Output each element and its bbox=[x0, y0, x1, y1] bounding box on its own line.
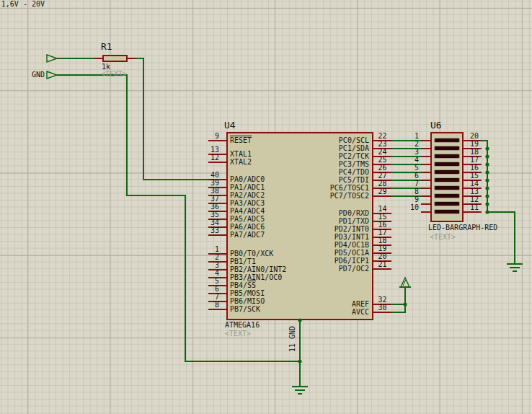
junction-dot-4 bbox=[485, 154, 489, 158]
terminal-arrow-icon-0[interactable] bbox=[47, 55, 57, 62]
led-segment-2 bbox=[434, 146, 460, 151]
ic-pin-name-PC7/TOSC2: PC7/TOSC2 bbox=[304, 192, 369, 201]
led-segment-4 bbox=[434, 162, 460, 167]
bargraph-value[interactable]: LED-BARGRAPH-RED bbox=[428, 224, 497, 232]
bargraph-pin-number-11: 11 bbox=[466, 203, 483, 212]
ic-pin-name-RESET: RESET bbox=[230, 136, 252, 145]
junction-dot-5 bbox=[485, 162, 489, 166]
led-segment-10 bbox=[434, 209, 460, 214]
led-segment-6 bbox=[434, 177, 460, 182]
led-segment-9 bbox=[434, 201, 460, 206]
led-segment-3 bbox=[434, 154, 460, 159]
wire-5[interactable] bbox=[391, 287, 405, 312]
ic-pin-number-29: 29 bbox=[373, 188, 391, 196]
resistor-text-placeholder: <TEXT> bbox=[101, 70, 127, 79]
terminal-arrow-icon-1[interactable] bbox=[47, 71, 57, 79]
led-segment-5 bbox=[434, 169, 460, 175]
ic-pin-number-9: 9 bbox=[203, 132, 219, 141]
wire-1[interactable] bbox=[136, 58, 208, 180]
resistor-ref[interactable]: R1 bbox=[101, 41, 112, 52]
ic-value[interactable]: ATMEGA16 bbox=[225, 321, 260, 330]
junction-dot-1 bbox=[298, 359, 301, 363]
gnd-terminal-label[interactable]: GND bbox=[0, 71, 45, 79]
ic-pin-number-30: 30 bbox=[373, 304, 391, 312]
junction-dot-7 bbox=[485, 178, 489, 182]
junction-dot-0 bbox=[298, 318, 301, 322]
ic-pin-name-AVCC: AVCC bbox=[304, 308, 369, 317]
ic-pin-number-8: 8 bbox=[203, 301, 219, 309]
ic-hidden-gnd-pin-label: 11 GND bbox=[288, 325, 297, 353]
junction-dot-8 bbox=[485, 186, 489, 190]
schematic-canvas[interactable]: 1,6V - 20V GND R1 1k <TEXT> U4 ATMEGA16 … bbox=[0, 0, 532, 414]
ic-pin-number-21: 21 bbox=[373, 260, 391, 269]
bargraph-text-placeholder: <TEXT> bbox=[430, 233, 456, 242]
junction-dot-6 bbox=[485, 170, 489, 174]
ic-pin-number-33: 33 bbox=[203, 226, 219, 235]
bargraph-ref[interactable]: U6 bbox=[430, 120, 442, 131]
junction-dot-10 bbox=[485, 202, 489, 206]
junction-dot-9 bbox=[485, 194, 489, 198]
wiring-layer bbox=[0, 0, 532, 414]
led-segment-8 bbox=[434, 193, 460, 198]
wire-14[interactable] bbox=[482, 141, 515, 264]
ic-pin-name-PB7/SCK: PB7/SCK bbox=[230, 305, 260, 314]
ic-pin-number-12: 12 bbox=[203, 154, 219, 162]
ic-pin-name-XTAL2: XTAL2 bbox=[230, 158, 252, 167]
junction-dot-2 bbox=[403, 302, 407, 306]
bargraph-pin-number-10: 10 bbox=[404, 203, 419, 212]
led-segment-7 bbox=[434, 185, 460, 190]
ic-text-placeholder: <TEXT> bbox=[225, 330, 251, 338]
junction-dot-11 bbox=[485, 210, 489, 213]
ic-ref[interactable]: U4 bbox=[224, 120, 236, 131]
led-segment-1 bbox=[434, 138, 460, 143]
ic-pin-name-PD7/OC2: PD7/OC2 bbox=[304, 265, 369, 273]
power-arrow-icon[interactable] bbox=[401, 278, 409, 287]
ic-pin-name-PA7/ADC7: PA7/ADC7 bbox=[230, 231, 265, 239]
junction-dot-3 bbox=[485, 146, 489, 150]
input-terminal-label[interactable]: 1,6V - 20V bbox=[0, 0, 45, 9]
